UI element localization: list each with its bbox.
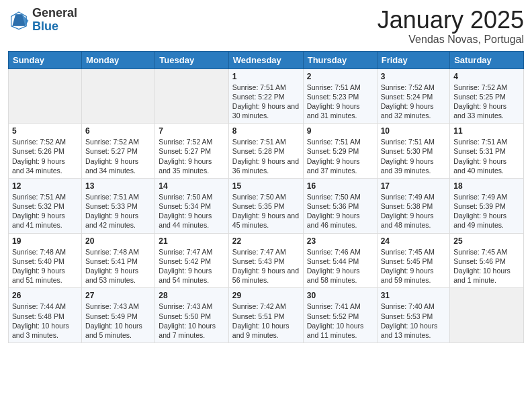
day-content: Sunrise: 7:51 AM Sunset: 5:32 PM Dayligh…: [12, 192, 78, 230]
day-number: 17: [381, 181, 447, 191]
day-content: Sunrise: 7:52 AM Sunset: 5:27 PM Dayligh…: [85, 137, 151, 175]
day-content: Sunrise: 7:52 AM Sunset: 5:25 PM Dayligh…: [453, 83, 520, 121]
calendar-week-2: 5Sunrise: 7:52 AM Sunset: 5:26 PM Daylig…: [9, 124, 524, 179]
day-number: 18: [453, 181, 520, 191]
calendar-cell: 8Sunrise: 7:51 AM Sunset: 5:28 PM Daylig…: [228, 124, 303, 179]
calendar-cell: [82, 68, 155, 124]
calendar-cell: 2Sunrise: 7:51 AM Sunset: 5:23 PM Daylig…: [303, 68, 377, 124]
calendar-cell: 5Sunrise: 7:52 AM Sunset: 5:26 PM Daylig…: [9, 124, 82, 179]
day-content: Sunrise: 7:51 AM Sunset: 5:30 PM Dayligh…: [381, 137, 447, 175]
day-number: 2: [307, 72, 373, 81]
calendar-cell: 14Sunrise: 7:50 AM Sunset: 5:34 PM Dayli…: [155, 178, 228, 233]
day-number: 3: [381, 72, 447, 81]
calendar-cell: 1Sunrise: 7:51 AM Sunset: 5:22 PM Daylig…: [228, 68, 303, 124]
day-number: 29: [232, 291, 300, 300]
logo-icon: [8, 11, 30, 30]
day-number: 8: [232, 126, 300, 136]
day-number: 10: [381, 126, 447, 136]
day-number: 6: [85, 126, 151, 136]
calendar-cell: [155, 68, 228, 124]
day-content: Sunrise: 7:49 AM Sunset: 5:38 PM Dayligh…: [381, 192, 447, 230]
day-content: Sunrise: 7:45 AM Sunset: 5:45 PM Dayligh…: [381, 247, 447, 285]
day-content: Sunrise: 7:51 AM Sunset: 5:28 PM Dayligh…: [232, 137, 300, 175]
day-content: Sunrise: 7:45 AM Sunset: 5:46 PM Dayligh…: [453, 247, 520, 285]
day-number: 20: [85, 236, 151, 246]
day-content: Sunrise: 7:51 AM Sunset: 5:23 PM Dayligh…: [307, 83, 373, 121]
calendar-cell: 17Sunrise: 7:49 AM Sunset: 5:38 PM Dayli…: [377, 178, 450, 233]
day-content: Sunrise: 7:41 AM Sunset: 5:52 PM Dayligh…: [307, 302, 373, 340]
day-number: 25: [453, 236, 520, 246]
calendar-week-1: 1Sunrise: 7:51 AM Sunset: 5:22 PM Daylig…: [9, 68, 524, 124]
day-content: Sunrise: 7:50 AM Sunset: 5:34 PM Dayligh…: [159, 192, 224, 230]
weekday-header-saturday: Saturday: [450, 51, 524, 68]
calendar-cell: 15Sunrise: 7:50 AM Sunset: 5:35 PM Dayli…: [228, 178, 303, 233]
calendar-cell: 10Sunrise: 7:51 AM Sunset: 5:30 PM Dayli…: [377, 124, 450, 179]
calendar-table: SundayMondayTuesdayWednesdayThursdayFrid…: [8, 51, 524, 343]
day-content: Sunrise: 7:49 AM Sunset: 5:39 PM Dayligh…: [453, 192, 520, 230]
day-content: Sunrise: 7:46 AM Sunset: 5:44 PM Dayligh…: [307, 247, 373, 285]
weekday-header-row: SundayMondayTuesdayWednesdayThursdayFrid…: [9, 51, 524, 68]
calendar-cell: 4Sunrise: 7:52 AM Sunset: 5:25 PM Daylig…: [450, 68, 524, 124]
day-number: 9: [307, 126, 373, 136]
day-content: Sunrise: 7:48 AM Sunset: 5:41 PM Dayligh…: [85, 247, 151, 285]
calendar-cell: [9, 68, 82, 124]
calendar-cell: 11Sunrise: 7:51 AM Sunset: 5:31 PM Dayli…: [450, 124, 524, 179]
day-content: Sunrise: 7:50 AM Sunset: 5:35 PM Dayligh…: [232, 192, 300, 230]
day-number: 7: [159, 126, 224, 136]
calendar-cell: 16Sunrise: 7:50 AM Sunset: 5:36 PM Dayli…: [303, 178, 377, 233]
calendar-cell: 18Sunrise: 7:49 AM Sunset: 5:39 PM Dayli…: [450, 178, 524, 233]
day-content: Sunrise: 7:50 AM Sunset: 5:36 PM Dayligh…: [307, 192, 373, 230]
calendar-cell: 9Sunrise: 7:51 AM Sunset: 5:29 PM Daylig…: [303, 124, 377, 179]
calendar-cell: 21Sunrise: 7:47 AM Sunset: 5:42 PM Dayli…: [155, 233, 228, 288]
day-number: 5: [12, 126, 78, 136]
day-number: 30: [307, 291, 373, 300]
weekday-header-sunday: Sunday: [9, 51, 82, 68]
day-content: Sunrise: 7:47 AM Sunset: 5:43 PM Dayligh…: [232, 247, 300, 285]
day-number: 27: [85, 291, 151, 300]
day-number: 21: [159, 236, 224, 246]
calendar-week-4: 19Sunrise: 7:48 AM Sunset: 5:40 PM Dayli…: [9, 233, 524, 288]
day-number: 24: [381, 236, 447, 246]
day-content: Sunrise: 7:51 AM Sunset: 5:33 PM Dayligh…: [85, 192, 151, 230]
calendar-cell: 13Sunrise: 7:51 AM Sunset: 5:33 PM Dayli…: [82, 178, 155, 233]
day-content: Sunrise: 7:40 AM Sunset: 5:53 PM Dayligh…: [381, 302, 447, 340]
calendar-cell: 29Sunrise: 7:42 AM Sunset: 5:51 PM Dayli…: [228, 288, 303, 343]
calendar-cell: 26Sunrise: 7:44 AM Sunset: 5:48 PM Dayli…: [9, 288, 82, 343]
calendar-cell: 27Sunrise: 7:43 AM Sunset: 5:49 PM Dayli…: [82, 288, 155, 343]
calendar-cell: 24Sunrise: 7:45 AM Sunset: 5:45 PM Dayli…: [377, 233, 450, 288]
day-number: 22: [232, 236, 300, 246]
calendar-cell: 7Sunrise: 7:52 AM Sunset: 5:27 PM Daylig…: [155, 124, 228, 179]
day-number: 28: [159, 291, 224, 300]
day-number: 12: [12, 181, 78, 191]
day-number: 14: [159, 181, 224, 191]
calendar-week-3: 12Sunrise: 7:51 AM Sunset: 5:32 PM Dayli…: [9, 178, 524, 233]
weekday-header-monday: Monday: [82, 51, 155, 68]
day-content: Sunrise: 7:51 AM Sunset: 5:31 PM Dayligh…: [453, 137, 520, 175]
day-content: Sunrise: 7:51 AM Sunset: 5:22 PM Dayligh…: [232, 83, 300, 121]
calendar-cell: 25Sunrise: 7:45 AM Sunset: 5:46 PM Dayli…: [450, 233, 524, 288]
calendar-cell: 23Sunrise: 7:46 AM Sunset: 5:44 PM Dayli…: [303, 233, 377, 288]
weekday-header-wednesday: Wednesday: [228, 51, 303, 68]
day-content: Sunrise: 7:48 AM Sunset: 5:40 PM Dayligh…: [12, 247, 78, 285]
calendar-cell: 20Sunrise: 7:48 AM Sunset: 5:41 PM Dayli…: [82, 233, 155, 288]
calendar-cell: 22Sunrise: 7:47 AM Sunset: 5:43 PM Dayli…: [228, 233, 303, 288]
day-number: 31: [381, 291, 447, 300]
day-content: Sunrise: 7:43 AM Sunset: 5:49 PM Dayligh…: [85, 302, 151, 340]
day-content: Sunrise: 7:51 AM Sunset: 5:29 PM Dayligh…: [307, 137, 373, 175]
weekday-header-thursday: Thursday: [303, 51, 377, 68]
calendar-cell: 3Sunrise: 7:52 AM Sunset: 5:24 PM Daylig…: [377, 68, 450, 124]
day-content: Sunrise: 7:52 AM Sunset: 5:24 PM Dayligh…: [381, 83, 447, 121]
day-number: 26: [12, 291, 78, 300]
calendar-cell: 19Sunrise: 7:48 AM Sunset: 5:40 PM Dayli…: [9, 233, 82, 288]
day-content: Sunrise: 7:47 AM Sunset: 5:42 PM Dayligh…: [159, 247, 224, 285]
header: General Blue January 2025 Vendas Novas, …: [8, 7, 524, 46]
day-number: 23: [307, 236, 373, 246]
day-content: Sunrise: 7:52 AM Sunset: 5:26 PM Dayligh…: [12, 137, 78, 175]
day-number: 19: [12, 236, 78, 246]
title-block: January 2025 Vendas Novas, Portugal: [378, 7, 524, 46]
logo-blue-text: Blue: [32, 20, 77, 34]
logo-general-text: General: [32, 7, 77, 20]
calendar-week-5: 26Sunrise: 7:44 AM Sunset: 5:48 PM Dayli…: [9, 288, 524, 343]
calendar-cell: 12Sunrise: 7:51 AM Sunset: 5:32 PM Dayli…: [9, 178, 82, 233]
page: General Blue January 2025 Vendas Novas, …: [0, 0, 532, 351]
